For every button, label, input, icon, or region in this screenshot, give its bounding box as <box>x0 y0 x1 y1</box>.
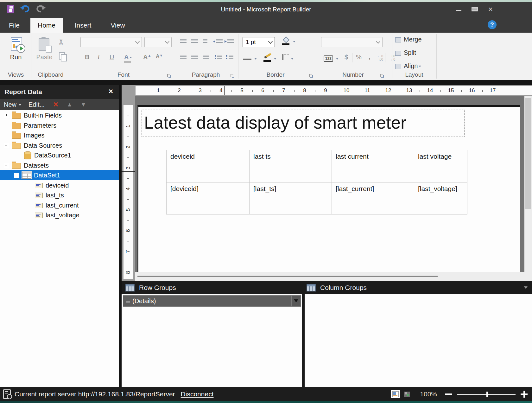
border-dialog-launcher-icon[interactable] <box>309 74 313 78</box>
tree-item-data-sources[interactable]: Data Sources <box>0 140 119 150</box>
tab-insert[interactable]: Insert <box>68 18 98 33</box>
minimize-button[interactable] <box>455 6 463 13</box>
run-view-button[interactable] <box>402 390 412 398</box>
collapse-icon[interactable] <box>14 173 19 178</box>
table-header-cell[interactable]: last voltage <box>414 150 467 182</box>
currency-button[interactable]: $ <box>345 54 348 61</box>
tab-home[interactable]: Home <box>30 18 63 33</box>
cut-icon[interactable]: ✂ <box>57 38 66 45</box>
tree-item-dataset1[interactable]: DataSet1 <box>0 170 119 180</box>
disconnect-link[interactable]: Disconnect <box>181 390 214 398</box>
tab-file[interactable]: File <box>4 18 24 33</box>
tree-item-built-in-fields[interactable]: Built-in Fields <box>0 110 119 120</box>
border-color-caret-icon[interactable] <box>274 58 276 61</box>
tree-item-datasets[interactable]: Datasets <box>0 160 119 170</box>
increase-decimal-icon[interactable]: ←.0.00 <box>375 55 383 61</box>
fill-color-caret-icon[interactable] <box>293 41 295 44</box>
shrink-font-button[interactable]: A▼ <box>156 54 163 59</box>
bold-button[interactable]: B <box>85 54 89 61</box>
horizontal-ruler-row: 1234567891011121314151617 <box>122 85 532 96</box>
report-page[interactable]: Latest data display of smart meter devic… <box>137 105 520 273</box>
paragraph-dialog-launcher-icon[interactable] <box>231 74 235 78</box>
panel-close-icon[interactable]: ✕ <box>108 88 113 95</box>
edit-button[interactable]: Edit... <box>28 101 45 108</box>
collapse-icon[interactable] <box>4 143 9 148</box>
percent-button[interactable]: % <box>356 54 362 61</box>
zoom-out-button[interactable] <box>445 393 452 395</box>
details-group-item[interactable]: (Details) <box>123 295 301 307</box>
split-button[interactable]: Split <box>395 49 416 56</box>
zoom-slider-thumb[interactable] <box>486 392 488 397</box>
align-right-icon[interactable] <box>203 55 209 60</box>
border-color-icon[interactable] <box>263 54 272 62</box>
tree-item-last-current[interactable]: last_current <box>0 200 119 210</box>
number-dialog-launcher-icon[interactable] <box>380 74 384 78</box>
borders-icon[interactable] <box>282 54 289 60</box>
table-header-cell[interactable]: last ts <box>250 150 332 182</box>
border-style-icon[interactable] <box>243 59 251 60</box>
help-icon[interactable]: ? <box>488 20 497 29</box>
table-data-cell[interactable]: [last_current] <box>332 182 414 214</box>
decrease-decimal-icon[interactable]: .00→.0 <box>387 55 395 61</box>
number-format-caret-icon[interactable] <box>336 58 339 61</box>
move-down-icon[interactable]: ▼ <box>81 101 86 108</box>
align-left-icon[interactable] <box>180 55 187 60</box>
vertical-scrollbar[interactable] <box>524 96 532 281</box>
scrollbar-thumb[interactable] <box>137 276 438 277</box>
maximize-button[interactable] <box>471 6 479 13</box>
table-data-cell[interactable]: [last_ts] <box>250 182 332 214</box>
table-data-cell[interactable]: [deviceid] <box>167 182 250 214</box>
merge-button[interactable]: Merge <box>395 36 422 43</box>
zoom-in-button[interactable] <box>521 391 528 398</box>
report-title-textbox[interactable]: Latest data display of smart meter <box>142 110 465 137</box>
border-style-caret-icon[interactable] <box>254 58 257 61</box>
align-button[interactable]: Align <box>395 62 421 70</box>
align-middle-icon[interactable] <box>191 39 198 44</box>
tree-item-last-voltage[interactable]: last_voltage <box>0 210 119 220</box>
align-center-icon[interactable] <box>191 55 198 60</box>
decrease-indent-icon[interactable] <box>216 39 223 44</box>
new-caret-icon[interactable] <box>18 104 22 107</box>
border-width-select[interactable]: 1 pt <box>243 37 275 47</box>
tree-item-datasource1[interactable]: DataSource1 <box>0 150 119 160</box>
align-top-icon[interactable] <box>180 39 187 44</box>
details-dropdown-icon[interactable] <box>291 296 301 306</box>
scrollbar-thumb[interactable] <box>525 98 531 209</box>
font-size-select[interactable] <box>144 37 172 47</box>
panel-splitter[interactable] <box>119 85 122 387</box>
number-format-select[interactable] <box>321 37 383 47</box>
close-button[interactable]: ✕ <box>486 6 495 13</box>
table-data-cell[interactable]: [last_voltage] <box>414 182 467 214</box>
font-color-button[interactable]: A <box>124 54 132 61</box>
horizontal-scrollbar[interactable] <box>135 272 524 281</box>
underline-button[interactable]: U <box>110 54 114 61</box>
number-format-icon[interactable]: 123 <box>324 55 333 62</box>
fill-color-icon[interactable] <box>282 37 290 45</box>
grow-font-button[interactable]: A▲ <box>143 54 151 61</box>
new-button[interactable]: New <box>4 101 16 108</box>
tree-item-last-ts[interactable]: last_ts <box>0 190 119 200</box>
tree-item-images[interactable]: Images <box>0 130 119 140</box>
table-header-cell[interactable]: deviceid <box>167 150 250 182</box>
expand-icon[interactable] <box>4 113 9 118</box>
numbering-icon[interactable] <box>229 55 233 60</box>
move-up-icon[interactable]: ▲ <box>67 101 73 108</box>
bullets-icon[interactable] <box>217 55 222 60</box>
grouping-options-caret-icon[interactable] <box>524 286 528 291</box>
italic-button[interactable]: I <box>98 54 100 61</box>
zoom-slider[interactable] <box>457 394 516 395</box>
font-dialog-launcher-icon[interactable] <box>167 74 171 78</box>
font-family-select[interactable] <box>80 37 142 47</box>
tab-view[interactable]: View <box>104 18 131 33</box>
delete-icon[interactable]: ✕ <box>53 101 59 108</box>
tree-item-parameters[interactable]: Parameters <box>0 120 119 131</box>
copy-icon[interactable] <box>59 52 65 60</box>
table-header-cell[interactable]: last current <box>332 150 414 182</box>
design-view-button[interactable] <box>391 390 400 398</box>
comma-button[interactable]: , <box>369 54 370 61</box>
borders-caret-icon[interactable] <box>291 58 294 61</box>
tree-item-deviceid[interactable]: deviceid <box>0 180 119 190</box>
increase-indent-icon[interactable] <box>227 39 234 44</box>
align-bottom-icon[interactable] <box>203 39 207 44</box>
collapse-icon[interactable] <box>4 163 9 168</box>
